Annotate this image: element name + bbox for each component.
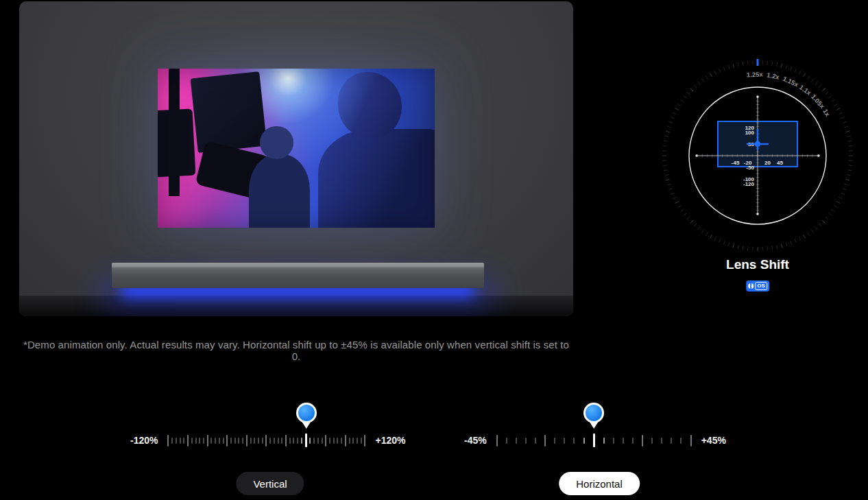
zoom-ring-label: 1x xyxy=(821,108,832,118)
vertical-slider-handle[interactable] xyxy=(296,403,317,430)
vertical-tab-button[interactable]: Vertical xyxy=(236,472,304,495)
ruler-tick xyxy=(623,438,624,444)
ruler-tick xyxy=(230,438,232,444)
x-axis-label: 45 xyxy=(777,160,783,166)
zoom-ring-label: 1.1x xyxy=(798,83,813,97)
ruler-tick xyxy=(265,435,267,447)
ruler-tick xyxy=(313,438,315,444)
ruler-tick xyxy=(337,438,338,444)
horizontal-slider-handle[interactable] xyxy=(583,403,604,430)
zoom-ring-label: 1.2x xyxy=(766,71,780,81)
ruler-tick xyxy=(278,438,279,444)
ruler-tick xyxy=(564,438,565,444)
ruler-tick xyxy=(329,438,330,444)
ruler-tick xyxy=(642,435,643,447)
ruler-tick xyxy=(364,435,365,447)
horizontal-tab-button[interactable]: Horizontal xyxy=(559,472,640,495)
ruler-tick xyxy=(345,435,346,447)
zoom-ring-label: 1.25x xyxy=(747,71,764,79)
ruler-tick xyxy=(341,438,342,444)
projector-scene xyxy=(19,1,573,316)
ruler-tick xyxy=(333,438,335,444)
ruler-tick xyxy=(289,438,291,444)
ruler-tick xyxy=(613,438,614,444)
lens-shift-title: Lens Shift xyxy=(689,257,826,272)
zoom-ring-label: 1.15x xyxy=(782,75,800,88)
ruler-tick xyxy=(167,435,169,447)
x-axis-label: 20 xyxy=(764,160,771,166)
disclaimer-text: *Demo animation only. Actual results may… xyxy=(19,339,573,362)
ruler-tick xyxy=(195,438,197,444)
ruler-tick xyxy=(357,438,358,444)
y-axis-label: -120 xyxy=(743,181,755,187)
os-badge-label: OS xyxy=(755,282,767,290)
ruler-tick xyxy=(171,438,173,444)
lens-shift-dial: 1.25x1.2x1.15x1.1x1.05x1x12010050-50-100… xyxy=(660,58,855,253)
vertical-slider-track[interactable] xyxy=(167,433,365,448)
x-axis-label: -45 xyxy=(732,160,740,166)
ruler-tick xyxy=(258,438,259,444)
ruler-tick xyxy=(285,435,287,447)
projector-lens-icon xyxy=(748,283,754,289)
ruler-tick xyxy=(680,438,682,444)
ruler-tick xyxy=(176,438,177,444)
horizontal-slider-track[interactable] xyxy=(496,433,692,448)
ruler-tick xyxy=(250,438,252,444)
ruler-tick xyxy=(309,438,311,444)
ruler-tick xyxy=(525,438,527,444)
horizontal-min-label: -45% xyxy=(464,435,487,446)
ruler-tick xyxy=(361,438,362,444)
ruler-tick xyxy=(203,438,204,444)
ruler-tick xyxy=(254,438,255,444)
ruler-tick xyxy=(325,435,326,447)
ruler-tick xyxy=(544,435,546,447)
horizontal-shift-slider: -45% +45% xyxy=(464,428,726,453)
ruler-tick xyxy=(262,438,263,444)
ruler-tick xyxy=(183,438,184,444)
ruler-tick xyxy=(573,438,575,444)
ruler-tick xyxy=(593,433,595,447)
vertical-max-label: +120% xyxy=(375,435,405,446)
ruler-tick xyxy=(301,438,302,444)
projected-image xyxy=(158,69,435,228)
ruler-tick xyxy=(207,435,208,447)
ruler-tick xyxy=(352,438,354,444)
vertical-shift-slider: -120% +120% xyxy=(130,428,405,453)
ruler-tick xyxy=(215,438,216,444)
ruler-tick xyxy=(238,438,239,444)
ruler-tick xyxy=(632,438,634,444)
ruler-tick xyxy=(535,438,536,444)
ruler-tick xyxy=(661,438,662,444)
ruler-tick xyxy=(322,438,323,444)
ruler-tick xyxy=(651,438,653,444)
ruler-tick xyxy=(210,438,212,444)
pin-head xyxy=(296,403,317,423)
ruler-tick xyxy=(297,438,298,444)
pin-tail xyxy=(589,421,599,429)
ruler-tick xyxy=(223,438,224,444)
image-vignette xyxy=(158,69,435,228)
ruler-tick xyxy=(603,438,605,444)
ruler-tick xyxy=(226,435,228,447)
ruler-tick xyxy=(583,438,585,444)
ruler-tick xyxy=(219,438,220,444)
ruler-tick xyxy=(506,438,507,444)
ruler-tick xyxy=(269,438,271,444)
ruler-tick xyxy=(293,438,294,444)
horizontal-max-label: +45% xyxy=(701,435,726,446)
ruler-tick xyxy=(274,438,275,444)
ruler-tick xyxy=(281,438,282,444)
ruler-tick xyxy=(496,435,498,447)
ruler-tick xyxy=(191,438,193,444)
ruler-tick xyxy=(242,438,243,444)
pin-tail xyxy=(302,421,311,429)
pin-head xyxy=(583,403,604,423)
ruler-tick xyxy=(187,435,189,447)
ruler-tick xyxy=(234,438,236,444)
ruler-tick xyxy=(690,435,692,447)
ruler-tick xyxy=(199,438,200,444)
ruler-tick xyxy=(671,438,672,444)
shift-position-marker xyxy=(755,141,760,147)
os-badge: OS xyxy=(746,281,769,291)
ruler-tick xyxy=(305,433,307,447)
